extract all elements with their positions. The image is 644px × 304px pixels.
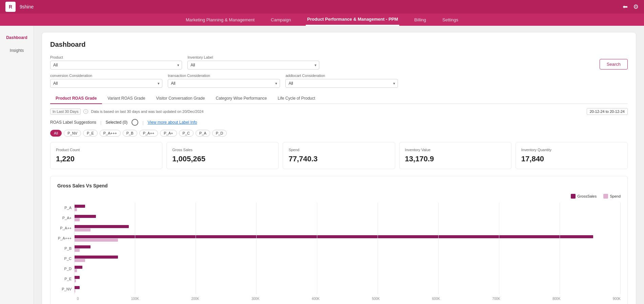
- roas-circle-icon: [132, 119, 138, 126]
- bar-inner-8: [74, 286, 621, 292]
- tabs-row: Product ROAS Grade Variant ROAS Grade Vi…: [50, 93, 628, 104]
- stat-card-4: Inventory Quantity 17,840: [516, 142, 628, 169]
- search-button[interactable]: Search: [600, 59, 628, 69]
- addtocart-filter-group: addtocart Consideration All: [285, 74, 398, 88]
- logout-icon[interactable]: ⬅: [623, 3, 628, 11]
- chart-section: Gross Sales Vs Spend GrossSales Spend P_…: [50, 176, 628, 304]
- transaction-label: transaction Consideration: [168, 74, 280, 78]
- y-label-6: P_D: [57, 264, 72, 274]
- bar-rows-wrapper: [74, 203, 621, 294]
- stat-card-value-0: 1,220: [56, 155, 157, 163]
- roas-suggestions-label: ROAS Label Suggestions: [50, 120, 96, 125]
- conversion-select[interactable]: All: [50, 79, 162, 88]
- chart-legend: GrossSales Spend: [57, 194, 621, 199]
- stat-card-1: Gross Sales 1,005,265: [166, 142, 279, 169]
- tab-lifecycle[interactable]: Life Cycle of Product: [272, 93, 321, 104]
- x-label-0: 0: [77, 297, 79, 301]
- bar-spend-7: [74, 279, 76, 282]
- view-more-link[interactable]: View more about Label Info: [148, 120, 197, 125]
- transaction-select-wrapper: All: [168, 79, 280, 88]
- chip-p_d[interactable]: P_D: [212, 130, 227, 137]
- nav-settings[interactable]: Settings: [441, 14, 460, 26]
- nav-billing[interactable]: Billing: [413, 14, 427, 26]
- app-logo: R: [5, 2, 16, 12]
- stat-card-label-0: Product Count: [56, 148, 157, 152]
- bar-spend-8: [74, 289, 75, 292]
- chip-p_c[interactable]: P_C: [179, 130, 194, 137]
- bar-row-5: [74, 254, 621, 264]
- inventory-select[interactable]: All: [187, 61, 319, 69]
- stat-card-label-3: Inventory Value: [405, 148, 506, 152]
- bar-gross-5: [74, 256, 118, 259]
- date-info-left: In Last 30 Days i Data is based on last …: [50, 108, 204, 115]
- bar-inner-2: [74, 225, 621, 231]
- bar-spend-6: [74, 269, 77, 272]
- sidebar: Dashboard Insights: [0, 26, 34, 304]
- x-label-3: 300K: [251, 297, 259, 301]
- addtocart-select-wrapper: All: [285, 79, 398, 88]
- chip-all[interactable]: All: [50, 130, 62, 137]
- x-label-8: 800K: [552, 297, 560, 301]
- chip-p_a+++[interactable]: P_A+++: [100, 130, 121, 137]
- chip-p_a[interactable]: P_A: [196, 130, 210, 137]
- tab-variant-roas[interactable]: Variant ROAS Grade: [102, 93, 150, 104]
- top-bar-left: R 9shine: [5, 2, 34, 12]
- info-icon: i: [83, 109, 88, 114]
- settings-icon[interactable]: ⚙: [633, 3, 639, 11]
- stat-card-label-2: Spend: [288, 148, 389, 152]
- roas-row: ROAS Label Suggestions | Selected (0) | …: [50, 119, 628, 126]
- legend-item-1: Spend: [603, 194, 621, 199]
- tab-product-roas[interactable]: Product ROAS Grade: [50, 93, 102, 104]
- bar-gross-8: [74, 286, 80, 289]
- chip-p_a+[interactable]: P_A+: [160, 130, 177, 137]
- conversion-label: conversion Consideration: [50, 74, 162, 78]
- sidebar-item-insights[interactable]: Insights: [0, 44, 34, 57]
- period-box: In Last 30 Days: [50, 108, 81, 115]
- product-select-wrapper: All: [50, 61, 182, 69]
- filters-row-1: Product All Inventory Label All: [50, 55, 628, 69]
- bar-gross-6: [74, 266, 82, 269]
- date-info-bar: In Last 30 Days i Data is based on last …: [50, 108, 628, 115]
- chip-p_b[interactable]: P_B: [123, 130, 137, 137]
- nav-bar: Marketing Planning & Management Campaign…: [0, 14, 644, 26]
- chip-p_a++[interactable]: P_A++: [139, 130, 158, 137]
- top-bar-right: ⬅ ⚙: [623, 3, 639, 11]
- pipe-1: |: [100, 120, 101, 125]
- tab-category[interactable]: Category Wise Performance: [210, 93, 272, 104]
- chip-p_nv[interactable]: P_NV: [64, 130, 81, 137]
- bar-inner-5: [74, 256, 621, 262]
- filters-row-2: conversion Consideration All transaction…: [50, 74, 628, 88]
- roas-selected-label: Selected (0): [105, 120, 127, 125]
- sidebar-item-dashboard[interactable]: Dashboard: [0, 31, 34, 44]
- bar-inner-1: [74, 215, 621, 221]
- x-label-7: 700K: [492, 297, 500, 301]
- stat-card-value-3: 13,170.9: [405, 155, 506, 163]
- stat-card-2: Spend 77,740.3: [283, 142, 395, 169]
- x-label-4: 400K: [312, 297, 320, 301]
- x-label-5: 500K: [372, 297, 380, 301]
- bar-spend-1: [74, 218, 80, 221]
- page-title: Dashboard: [50, 41, 628, 48]
- inventory-label: Inventory Label: [187, 55, 319, 59]
- tab-visitor[interactable]: Visitor Conversation Grade: [151, 93, 210, 104]
- top-bar: R 9shine ⬅ ⚙: [0, 0, 644, 14]
- bar-spend-3: [74, 239, 118, 242]
- bar-y-labels: P_AP_A+P_A++P_A+++P_BP_CP_DP_EP_NV: [57, 203, 74, 294]
- stat-card-0: Product Count 1,220: [50, 142, 162, 169]
- transaction-select[interactable]: All: [168, 79, 280, 88]
- x-label-2: 200K: [191, 297, 199, 301]
- nav-marketing[interactable]: Marketing Planning & Management: [184, 14, 256, 26]
- legend-label-1: Spend: [610, 194, 621, 198]
- nav-campaign[interactable]: Campaign: [269, 14, 292, 26]
- info-text: Data is based on last 30 days and was la…: [91, 109, 203, 114]
- bar-spend-4: [74, 249, 80, 252]
- y-label-7: P_E: [57, 274, 72, 284]
- chip-p_e[interactable]: P_E: [83, 130, 98, 137]
- nav-ppm[interactable]: Product Performance & Management - PPM: [306, 14, 399, 26]
- stat-card-label-4: Inventory Quantity: [521, 148, 622, 152]
- legend-label-0: GrossSales: [577, 194, 597, 198]
- addtocart-select[interactable]: All: [285, 79, 398, 88]
- stat-card-label-1: Gross Sales: [172, 148, 273, 152]
- product-select[interactable]: All: [50, 61, 182, 69]
- dashboard-card: Dashboard Product All Inventory Label: [42, 33, 636, 304]
